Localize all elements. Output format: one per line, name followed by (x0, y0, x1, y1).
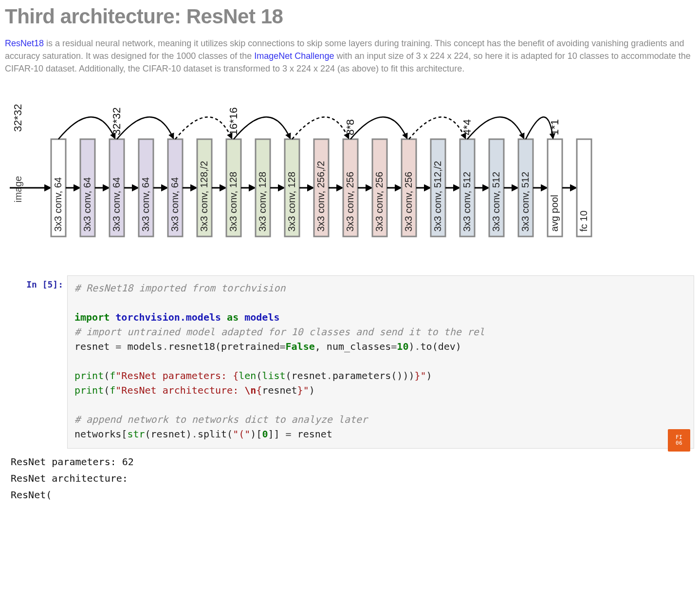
output-line: ResNet architecture: (11, 472, 128, 484)
svg-text:3x3 conv, 256: 3x3 conv, 256 (403, 172, 414, 232)
intro-paragraph: ResNet18 is a residual neural network, m… (5, 37, 694, 75)
module-name: torchvision.models (115, 311, 221, 323)
module-alias: models (244, 311, 279, 323)
code-comment: # append network to networks dict to ana… (74, 414, 368, 425)
svg-text:4*4: 4*4 (461, 119, 473, 135)
svg-text:3x3 conv, 256: 3x3 conv, 256 (374, 172, 385, 232)
svg-text:32*32: 32*32 (12, 104, 24, 132)
fi-badge[interactable]: FI 06 (668, 429, 690, 452)
svg-text:3x3 conv, 128,/2: 3x3 conv, 128,/2 (199, 161, 209, 232)
output-line: ResNet( (11, 489, 52, 501)
imagenet-link[interactable]: ImageNet Challenge (254, 51, 334, 61)
svg-text:8*8: 8*8 (344, 119, 356, 135)
svg-text:3x3 conv, 512: 3x3 conv, 512 (491, 172, 501, 232)
svg-text:16*16: 16*16 (227, 107, 239, 135)
svg-text:3x3 conv, 256,/2: 3x3 conv, 256,/2 (315, 161, 326, 232)
svg-text:3x3 conv, 128: 3x3 conv, 128 (257, 172, 268, 232)
kw-import: import (74, 311, 110, 323)
svg-text:3x3 conv, 64: 3x3 conv, 64 (169, 177, 180, 232)
code-comment: # ResNet18 imported from torchvision (74, 282, 285, 294)
svg-text:avg pool: avg pool (549, 195, 560, 232)
code-output-area: ResNet parameters: 62 ResNet architectur… (5, 449, 694, 503)
svg-text:3x3 conv, 512,/2: 3x3 conv, 512,/2 (432, 161, 443, 232)
resnet18-link[interactable]: ResNet18 (5, 38, 44, 48)
svg-text:3x3 conv, 64: 3x3 conv, 64 (82, 177, 92, 232)
svg-text:3x3 conv, 512: 3x3 conv, 512 (520, 172, 531, 232)
cell-prompt: In [5]: (5, 275, 67, 290)
svg-text:3x3 conv, 128: 3x3 conv, 128 (228, 172, 239, 232)
resnet-architecture-diagram: image32*323x3 conv, 643x3 conv, 643x3 co… (5, 81, 694, 256)
output-line: ResNet parameters: 62 (11, 456, 134, 468)
svg-text:3x3 conv, 512: 3x3 conv, 512 (461, 172, 472, 232)
code-cell: In [5]: # ResNet18 imported from torchvi… (5, 275, 694, 449)
svg-text:3x3 conv, 64: 3x3 conv, 64 (111, 177, 122, 232)
svg-text:32*32: 32*32 (110, 107, 123, 135)
code-input-area[interactable]: # ResNet18 imported from torchvision imp… (67, 275, 694, 449)
svg-text:3x3 conv, 128: 3x3 conv, 128 (286, 172, 297, 232)
section-title: Third architecture: ResNet 18 (5, 5, 694, 28)
svg-text:fc 10: fc 10 (578, 211, 589, 232)
svg-text:3x3 conv, 64: 3x3 conv, 64 (53, 177, 63, 232)
code-comment: # import untrained model adapted for 10 … (74, 326, 485, 338)
svg-text:image: image (13, 176, 23, 202)
kw-as: as (227, 311, 239, 323)
svg-text:3x3 conv, 256: 3x3 conv, 256 (345, 172, 355, 232)
svg-text:3x3 conv, 64: 3x3 conv, 64 (140, 177, 151, 232)
